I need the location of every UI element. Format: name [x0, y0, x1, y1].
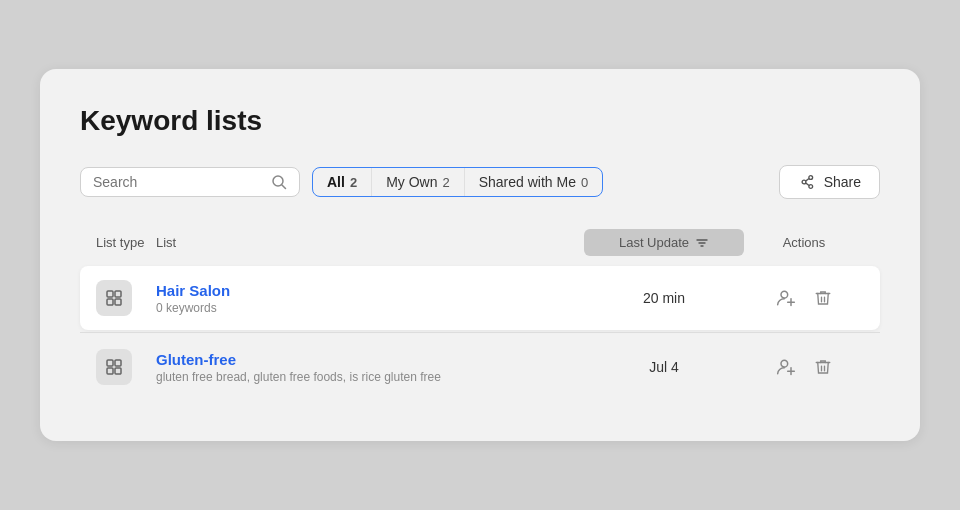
grid-icon: [105, 358, 123, 376]
row-separator: [80, 332, 880, 333]
svg-point-3: [809, 176, 813, 180]
sort-icon: [695, 236, 709, 250]
last-update-value: 20 min: [584, 290, 744, 306]
filter-shared-count: 0: [581, 175, 588, 190]
page-title: Keyword lists: [80, 105, 880, 137]
delete-button[interactable]: [810, 354, 836, 380]
delete-button[interactable]: [810, 285, 836, 311]
search-input[interactable]: [93, 174, 263, 190]
col-last-update: Last Update: [584, 229, 744, 256]
svg-point-4: [809, 185, 813, 189]
filter-my-own-count: 2: [442, 175, 449, 190]
share-button[interactable]: Share: [779, 165, 880, 199]
list-type-icon: [96, 349, 132, 385]
share-icon: [798, 173, 816, 191]
filter-group: All 2 My Own 2 Shared with Me 0: [312, 167, 603, 197]
svg-point-14: [781, 291, 788, 298]
share-label: Share: [824, 174, 861, 190]
add-user-button[interactable]: [772, 353, 800, 381]
toolbar: All 2 My Own 2 Shared with Me 0 Sha: [80, 165, 880, 199]
col-list-type: List type: [96, 235, 156, 250]
add-user-icon: [776, 288, 796, 308]
svg-rect-11: [115, 291, 121, 297]
list-name[interactable]: Hair Salon: [156, 282, 584, 299]
svg-rect-17: [107, 360, 113, 366]
filter-my-own-label: My Own: [386, 174, 437, 190]
add-user-button[interactable]: [772, 284, 800, 312]
list-type-icon: [96, 280, 132, 316]
svg-rect-12: [107, 299, 113, 305]
list-description: gluten free bread, gluten free foods, is…: [156, 370, 584, 384]
grid-icon: [105, 289, 123, 307]
search-wrapper: [80, 167, 300, 197]
filter-all-button[interactable]: All 2: [313, 168, 372, 196]
filter-all-count: 2: [350, 175, 357, 190]
list-info: Hair Salon 0 keywords: [156, 282, 584, 315]
col-actions: Actions: [744, 235, 864, 250]
table-row: Gluten-free gluten free bread, gluten fr…: [80, 335, 880, 399]
svg-rect-20: [115, 368, 121, 374]
row-actions: [744, 284, 864, 312]
row-actions: [744, 353, 864, 381]
svg-rect-10: [107, 291, 113, 297]
filter-shared-button[interactable]: Shared with Me 0: [465, 168, 603, 196]
col-list: List: [156, 235, 584, 250]
main-card: Keyword lists All 2 My Own 2 Shared with…: [40, 69, 920, 441]
svg-point-2: [802, 180, 806, 184]
svg-line-6: [805, 183, 808, 186]
table-header: List type List Last Update Actions: [80, 219, 880, 266]
last-update-value: Jul 4: [584, 359, 744, 375]
list-name[interactable]: Gluten-free: [156, 351, 584, 368]
svg-line-1: [282, 185, 286, 189]
trash-icon: [814, 358, 832, 376]
list-description: 0 keywords: [156, 301, 584, 315]
list-info: Gluten-free gluten free bread, gluten fr…: [156, 351, 584, 384]
filter-shared-label: Shared with Me: [479, 174, 576, 190]
svg-line-5: [805, 178, 808, 181]
filter-my-own-button[interactable]: My Own 2: [372, 168, 465, 196]
add-user-icon: [776, 357, 796, 377]
table-row: Hair Salon 0 keywords 20 min: [80, 266, 880, 330]
search-icon: [271, 174, 287, 190]
svg-rect-19: [107, 368, 113, 374]
filter-all-label: All: [327, 174, 345, 190]
trash-icon: [814, 289, 832, 307]
svg-point-21: [781, 360, 788, 367]
svg-rect-18: [115, 360, 121, 366]
svg-rect-13: [115, 299, 121, 305]
